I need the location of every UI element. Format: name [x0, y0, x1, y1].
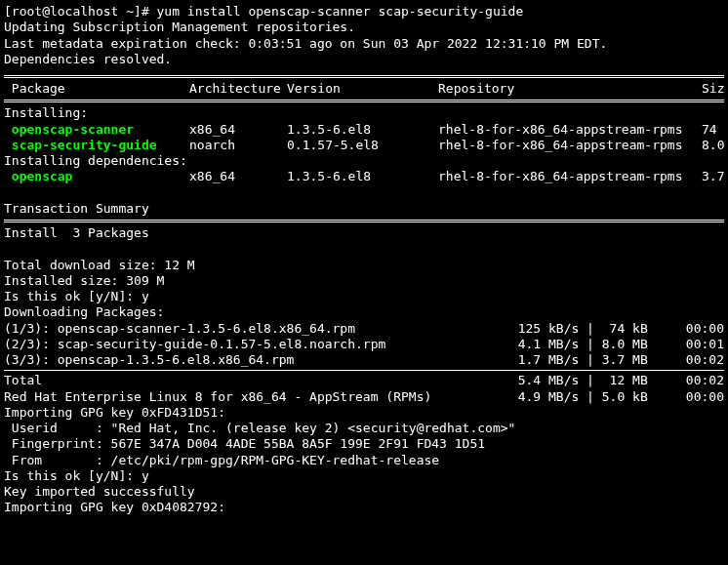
col-package: Package	[4, 81, 189, 97]
col-version: Version	[287, 81, 438, 97]
download-stats: 4.9 MB/s | 5.0 kB 00:00	[518, 389, 724, 405]
download-stats: 1.7 MB/s | 3.7 MB 00:02	[518, 352, 724, 368]
download-stats: 4.1 MB/s | 8.0 MB 00:01	[518, 337, 724, 352]
download-stats: 125 kB/s | 74 kB 00:00	[518, 321, 724, 337]
download-row: Total5.4 MB/s | 12 MB 00:02	[4, 373, 724, 388]
download-row: (3/3): openscap-1.3.5-6.el8.x86_64.rpm1.…	[4, 352, 724, 368]
separator	[4, 100, 724, 101]
table-header-row: Package Architecture Version Repository …	[4, 81, 724, 97]
pkg-repo: rhel-8-for-x86_64-appstream-rpms	[438, 138, 702, 153]
package-table-main: openscap-scannerx86_641.3.5-6.el8rhel-8-…	[4, 122, 724, 154]
pkg-repo: rhel-8-for-x86_64-appstream-rpms	[438, 122, 702, 138]
pkg-arch: x86_64	[189, 122, 287, 138]
output-line: Is this ok [y/N]: y	[4, 289, 724, 304]
download-row: (2/3): scap-security-guide-0.1.57-5.el8.…	[4, 337, 724, 352]
download-item: (3/3): openscap-1.3.5-6.el8.x86_64.rpm	[4, 352, 294, 368]
pkg-version: 0.1.57-5.el8	[287, 138, 438, 153]
install-count: Install 3 Packages	[4, 225, 724, 241]
pkg-repo: rhel-8-for-x86_64-appstream-rpms	[438, 169, 702, 184]
package-table-deps: openscapx86_641.3.5-6.el8rhel-8-for-x86_…	[4, 169, 724, 184]
pkg-version: 1.3.5-6.el8	[287, 169, 438, 184]
pkg-version: 1.3.5-6.el8	[287, 122, 438, 138]
section-installing: Installing:	[4, 105, 724, 121]
command-text: yum install openscap-scanner scap-securi…	[157, 4, 524, 19]
package-table: Package Architecture Version Repository …	[4, 81, 724, 97]
command-line: [root@localhost ~]# yum install openscap…	[4, 4, 724, 20]
separator	[4, 222, 724, 222]
download-row: Red Hat Enterprise Linux 8 for x86_64 - …	[4, 389, 724, 405]
output-line: Key imported successfully	[4, 484, 724, 500]
output-line: Fingerprint: 567E 347A D004 4ADE 55BA 8A…	[4, 436, 724, 452]
download-item: (1/3): openscap-scanner-1.3.5-6.el8.x86_…	[4, 321, 355, 337]
pkg-size: 8.0 M	[702, 138, 724, 153]
download-row: (1/3): openscap-scanner-1.3.5-6.el8.x86_…	[4, 321, 724, 337]
pkg-size: 74 k	[702, 122, 724, 138]
separator	[4, 101, 724, 102]
download-item: (2/3): scap-security-guide-0.1.57-5.el8.…	[4, 337, 385, 352]
table-row: openscapx86_641.3.5-6.el8rhel-8-for-x86_…	[4, 169, 724, 184]
table-row: scap-security-guidenoarch0.1.57-5.el8rhe…	[4, 138, 724, 153]
download-stats: 5.4 MB/s | 12 MB 00:02	[518, 373, 724, 388]
separator	[4, 220, 724, 221]
output-line: Last metadata expiration check: 0:03:51 …	[4, 36, 724, 52]
output-line: Total download size: 12 M	[4, 258, 724, 273]
pkg-arch: noarch	[189, 138, 287, 153]
col-repo: Repository	[438, 81, 702, 97]
download-item: Total	[4, 373, 42, 388]
output-line: Updating Subscription Management reposit…	[4, 20, 724, 35]
download-item: Red Hat Enterprise Linux 8 for x86_64 - …	[4, 389, 431, 405]
pkg-name: openscap	[4, 169, 189, 184]
pkg-name: scap-security-guide	[4, 138, 189, 153]
output-line: Importing GPG key 0xFD431D51:	[4, 405, 724, 421]
pkg-arch: x86_64	[189, 169, 287, 184]
separator	[4, 370, 724, 371]
output-line: Importing GPG key 0xD4082792:	[4, 500, 724, 515]
pkg-name: openscap-scanner	[4, 122, 189, 138]
output-line: Dependencies resolved.	[4, 52, 724, 67]
pkg-size: 3.7 M	[702, 169, 724, 184]
output-line: From : /etc/pki/rpm-gpg/RPM-GPG-KEY-redh…	[4, 453, 724, 468]
output-line: Downloading Packages:	[4, 304, 724, 320]
output-line: Userid : "Red Hat, Inc. (release key 2) …	[4, 421, 724, 436]
separator	[4, 75, 724, 76]
transaction-summary-heading: Transaction Summary	[4, 201, 724, 217]
col-size: Size	[702, 81, 724, 97]
table-row: openscap-scannerx86_641.3.5-6.el8rhel-8-…	[4, 122, 724, 138]
output-line: Is this ok [y/N]: y	[4, 468, 724, 484]
col-arch: Architecture	[189, 81, 287, 97]
shell-prompt: [root@localhost ~]#	[4, 4, 157, 19]
separator	[4, 77, 724, 78]
section-installing-deps: Installing dependencies:	[4, 153, 724, 169]
output-line: Installed size: 309 M	[4, 273, 724, 289]
